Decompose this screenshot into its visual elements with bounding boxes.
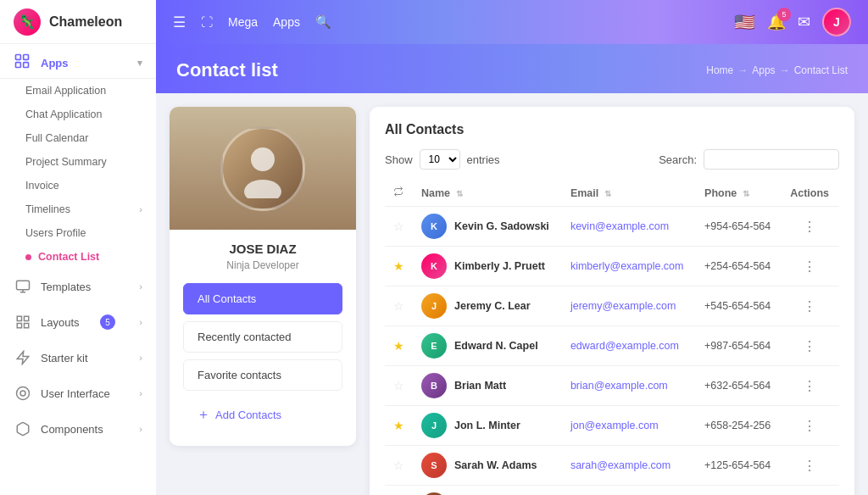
sidebar-item-calendar[interactable]: Full Calendar — [0, 126, 156, 150]
svg-rect-9 — [17, 324, 21, 328]
topbar-mega[interactable]: Mega — [228, 15, 258, 29]
components-label: Components — [41, 423, 103, 436]
email-link-1[interactable]: kimberly@example.com — [570, 260, 684, 272]
actions-cell-0[interactable]: ⋮ — [782, 207, 839, 247]
more-button-6[interactable]: ⋮ — [803, 459, 818, 473]
table-row: ☆ J Jeremy C. Lear jeremy@example.com +5… — [385, 286, 839, 326]
sidebar-apps-header[interactable]: Apps ▾ — [0, 44, 156, 79]
star-cell-5[interactable]: ★ — [385, 406, 413, 446]
sidebar-item-contact-list[interactable]: Contact List — [0, 245, 156, 269]
sidebar-item-user-interface[interactable]: User Interface › — [0, 375, 156, 411]
table-row: ★ J Jon L. Minter jon@example.com +658-2… — [385, 406, 839, 446]
svg-rect-0 — [16, 55, 21, 60]
topbar-apps[interactable]: Apps — [273, 15, 300, 29]
table-row: ☆ S Sarah W. Adams sarah@example.com +12… — [385, 446, 839, 486]
phone-cell-1: +254-654-564 — [696, 247, 782, 286]
fullscreen-icon[interactable]: ⛶ — [201, 15, 213, 29]
star-icon-1[interactable]: ★ — [393, 259, 404, 273]
sidebar-item-components[interactable]: Components › — [0, 411, 156, 447]
sidebar-item-invoice[interactable]: Invoice — [0, 174, 156, 197]
star-icon-3[interactable]: ★ — [393, 339, 404, 353]
more-button-2[interactable]: ⋮ — [803, 299, 818, 314]
actions-cell-7[interactable]: ⋮ — [782, 486, 839, 496]
search-input[interactable] — [704, 149, 839, 170]
sidebar-item-chat[interactable]: Chat Application — [0, 103, 156, 126]
star-cell-0[interactable]: ☆ — [385, 207, 413, 247]
recently-contacted-menu[interactable]: Recently contacted — [183, 321, 342, 353]
add-contacts-button[interactable]: ＋ Add Contacts — [183, 398, 342, 432]
apps-submenu: Email Application Chat Application Full … — [0, 79, 156, 269]
entries-select[interactable]: 10 25 50 — [420, 149, 460, 170]
contact-name-2: Jeremy C. Lear — [454, 300, 531, 312]
sidebar-logo[interactable]: 🦎 Chameleon — [0, 0, 156, 44]
name-cell-2: J Jeremy C. Lear — [413, 286, 562, 326]
contact-name-4: Brian Matt — [454, 380, 506, 392]
actions-cell-6[interactable]: ⋮ — [782, 446, 839, 486]
star-cell-7[interactable]: ★ — [385, 486, 413, 496]
star-icon-0[interactable]: ☆ — [393, 220, 404, 233]
email-link-0[interactable]: kevin@example.com — [570, 220, 669, 232]
sidebar-item-starter-kit[interactable]: Starter kit › — [0, 340, 156, 375]
col-email[interactable]: Email ⇅ — [562, 180, 696, 207]
actions-cell-3[interactable]: ⋮ — [782, 326, 839, 366]
actions-cell-4[interactable]: ⋮ — [782, 366, 839, 406]
notification-bell[interactable]: 🔔 5 — [767, 13, 786, 31]
more-button-1[interactable]: ⋮ — [803, 259, 818, 274]
phone-cell-3: +987-654-564 — [696, 326, 782, 366]
actions-cell-1[interactable]: ⋮ — [782, 247, 839, 286]
contacts-table: Name ⇅ Email ⇅ Phone ⇅ Actions ☆ K Kevin… — [385, 180, 839, 495]
contact-name-0: Kevin G. Sadowski — [454, 220, 549, 232]
star-icon-5[interactable]: ★ — [393, 419, 404, 432]
search-icon[interactable]: 🔍 — [315, 14, 331, 30]
star-icon-2[interactable]: ☆ — [393, 299, 404, 313]
more-button-0[interactable]: ⋮ — [803, 220, 818, 234]
search-area: Search: — [659, 149, 839, 170]
starter-kit-chevron: › — [139, 353, 142, 363]
email-link-4[interactable]: brian@example.com — [570, 380, 668, 392]
email-link-3[interactable]: edward@example.com — [570, 340, 679, 352]
sidebar-item-users-profile[interactable]: Users Profile — [0, 221, 156, 245]
timelines-label: Timelines — [25, 203, 70, 215]
more-button-4[interactable]: ⋮ — [803, 379, 818, 393]
flag-icon[interactable]: 🇺🇸 — [734, 12, 755, 32]
email-cell-6: sarah@example.com — [562, 446, 696, 486]
more-button-5[interactable]: ⋮ — [803, 419, 818, 433]
svg-rect-3 — [24, 63, 29, 68]
email-cell-2: jeremy@example.com — [562, 286, 696, 326]
profile-image-area — [170, 107, 356, 230]
favorite-contacts-menu[interactable]: Favorite contacts — [183, 359, 342, 391]
layouts-chevron: › — [139, 317, 142, 327]
all-contacts-menu[interactable]: All Contacts — [183, 283, 342, 314]
svg-rect-4 — [17, 281, 30, 290]
phone-cell-0: +954-654-564 — [696, 207, 782, 247]
starter-kit-label: Starter kit — [41, 352, 88, 364]
star-cell-4[interactable]: ☆ — [385, 366, 413, 406]
menu-icon[interactable]: ☰ — [173, 14, 186, 31]
more-button-3[interactable]: ⋮ — [803, 339, 818, 353]
mail-icon[interactable]: ✉ — [798, 13, 810, 31]
sidebar-item-templates[interactable]: Templates › — [0, 269, 156, 304]
col-name[interactable]: Name ⇅ — [413, 180, 562, 207]
actions-cell-5[interactable]: ⋮ — [782, 406, 839, 446]
sidebar-item-project[interactable]: Project Summary — [0, 150, 156, 174]
actions-cell-2[interactable]: ⋮ — [782, 286, 839, 326]
sidebar-item-email[interactable]: Email Application — [0, 79, 156, 103]
sidebar-item-layouts[interactable]: Layouts 5 › — [0, 304, 156, 340]
star-cell-1[interactable]: ★ — [385, 247, 413, 286]
star-icon-4[interactable]: ☆ — [393, 379, 404, 392]
breadcrumb-home[interactable]: Home — [706, 64, 733, 76]
sidebar-item-timelines[interactable]: Timelines › — [0, 197, 156, 221]
email-link-2[interactable]: jeremy@example.com — [570, 300, 676, 312]
col-phone[interactable]: Phone ⇅ — [696, 180, 782, 207]
star-cell-6[interactable]: ☆ — [385, 446, 413, 486]
layouts-icon — [14, 313, 32, 331]
star-icon-6[interactable]: ☆ — [393, 459, 404, 472]
star-cell-3[interactable]: ★ — [385, 326, 413, 366]
star-cell-2[interactable]: ☆ — [385, 286, 413, 326]
profile-role: Ninja Developer — [183, 259, 342, 271]
user-avatar[interactable]: J — [822, 8, 851, 36]
breadcrumb-apps[interactable]: Apps — [752, 64, 775, 76]
table-row: ★ K Kimberly J. Pruett kimberly@example.… — [385, 247, 839, 286]
email-link-5[interactable]: jon@example.com — [570, 420, 659, 431]
email-link-6[interactable]: sarah@example.com — [570, 459, 670, 471]
